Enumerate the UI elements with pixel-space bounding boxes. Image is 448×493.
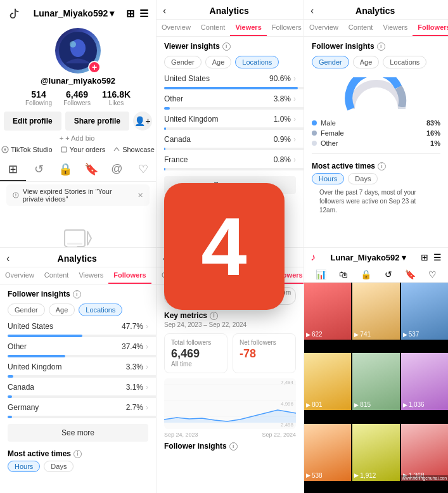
key-metrics-info[interactable]: i [210,312,218,320]
pill-gender-bl[interactable]: Gender [8,304,45,316]
pill-days[interactable]: Days [200,213,230,224]
pill-locations[interactable]: Locations [235,56,279,68]
add-bio-link[interactable]: ++ Add bio [60,134,97,142]
icon-lock-bar[interactable]: 🔒 [361,269,371,279]
video-thumb-1[interactable]: ▶622 [304,283,351,340]
video-thumb-9[interactable]: ▶1,368 www.heilingchuhai.con [401,424,448,481]
nav-followers-m[interactable]: Followers [265,267,304,284]
icon-chart[interactable]: 📊 [316,269,326,279]
add-avatar-button[interactable]: + [88,61,101,74]
notice-close-button[interactable]: ✕ [138,191,143,200]
video-thumb-5[interactable]: ▶815 [352,353,399,410]
tab-tag[interactable]: @ [104,158,130,181]
see-more-button[interactable]: See more [164,176,296,194]
most-active-bl-info[interactable]: i [74,450,82,458]
pill-hours-2[interactable]: Hours [312,173,344,184]
tab-custom[interactable]: Custom [264,287,296,305]
follower-bl-info[interactable]: i [73,290,81,298]
video-thumb-4[interactable]: ▶801 [304,353,351,410]
tiktok-studio-link[interactable]: TikTok Studio [1,146,53,153]
pill-hours-bl[interactable]: Hours [8,461,40,472]
location-france[interactable]: France 0.8% › [157,152,304,170]
nav-live-3[interactable]: Li... [151,267,156,284]
location-other[interactable]: Other 3.8% › [157,91,304,110]
pill-age-bl[interactable]: Age [49,304,75,316]
pill-gender[interactable]: Gender [164,56,202,68]
icon-like-bar[interactable]: ♡ [428,269,437,279]
pill-days-bl[interactable]: Days [44,461,74,472]
back-button-4[interactable]: ‹ [163,253,166,264]
stat-likes[interactable]: 116.8K Likes [102,89,131,106]
nav-viewers-2[interactable]: Viewers [378,20,413,36]
video-thumb-8[interactable]: ▶1,912 [352,424,399,481]
nav-content-3[interactable]: Content [39,267,74,284]
nav-content[interactable]: Content [196,20,231,36]
pill-locations-f[interactable]: Locations [383,56,426,68]
menu-icon[interactable]: ☰ [139,8,148,20]
back-button-3[interactable]: ‹ [6,253,10,264]
pill-hours[interactable]: Hours [164,213,196,224]
add-friend-button[interactable]: 👤+ [133,112,152,131]
tab-like[interactable]: ♡ [130,158,156,181]
bl-location-us[interactable]: United States 47.7% › [0,319,156,337]
videos-add-icon[interactable]: ⊞ [421,252,428,262]
nav-overview[interactable]: Overview [157,20,196,36]
bl-location-germany[interactable]: Germany 2.7% › [0,400,156,418]
pill-age-f[interactable]: Age [353,56,380,68]
video-thumb-3[interactable]: ▶537 [401,283,448,340]
videos-username[interactable]: Lunar_Miyako592 ▾ [330,253,406,262]
tab-lock[interactable]: 🔒 [52,158,78,181]
bl-location-uk[interactable]: United Kingdom 3.3% › [0,359,156,378]
pill-age[interactable]: Age [205,56,232,68]
pill-days-2[interactable]: Days [348,173,378,184]
viewer-info-icon[interactable]: i [222,42,231,51]
nav-viewers-3[interactable]: Viewers [74,267,108,284]
stat-following[interactable]: 514 Following [25,89,52,106]
icon-repost[interactable]: ↺ [385,269,392,279]
location-canada[interactable]: Canada 0.9% › [157,132,304,150]
video-thumb-6[interactable]: ▶1,036 [401,353,448,410]
nav-overview-m[interactable]: Overview [157,267,196,284]
nav-content-m[interactable]: Content [196,267,231,284]
back-button-2[interactable]: ‹ [310,5,314,16]
follower-insights-info[interactable]: i [229,442,238,451]
edit-profile-button[interactable]: Edit profile [4,112,61,131]
location-uk[interactable]: United Kingdom 1.0% › [157,112,304,130]
bl-location-other[interactable]: Other 37.4% › [0,339,156,357]
most-active-info-icon[interactable]: i [230,202,238,210]
location-us[interactable]: United States 90.6% › [157,71,304,89]
video-thumb-7[interactable]: ▶538 [304,424,351,481]
tab-bookmark[interactable]: 🔖 [78,158,104,181]
nav-viewers-m[interactable]: Viewers [230,267,265,284]
follower-info-icon[interactable]: i [377,42,385,51]
profile-panel: Lunar_Miyako592 ▾ ⊞ ☰ + @lunar_miyako592 [0,0,157,247]
nav-content-2[interactable]: Content [343,20,378,36]
video-thumb-2[interactable]: ▶741 [352,283,399,340]
tab-reposts[interactable]: ↺ [26,158,52,181]
bl-location-canada[interactable]: Canada 3.1% › [0,380,156,398]
tab-60days[interactable]: 60 days [196,287,226,305]
nav-followers-2[interactable]: Followers [413,20,448,36]
nav-followers-3[interactable]: Followers [108,267,151,284]
pill-gender-f[interactable]: Gender [312,56,349,68]
nav-viewers[interactable]: Viewers [230,20,266,36]
see-more-bl-button[interactable]: See more [8,424,148,442]
tab-365days[interactable]: 365 days [229,287,262,305]
nav-overview-3[interactable]: Overview [0,267,39,284]
videos-menu-icon[interactable]: ☰ [433,252,442,262]
nav-overview-2[interactable]: Overview [304,20,343,36]
icon-shop[interactable]: 🛍 [339,269,348,279]
your-orders-link[interactable]: Your orders [60,146,105,153]
tab-posts[interactable]: ⊞ [0,158,26,181]
profile-username[interactable]: Lunar_Miyako592 ▾ [34,8,115,18]
add-post-icon[interactable]: ⊞ [126,8,134,20]
tab-28days[interactable]: 28 days [164,287,194,305]
stat-followers[interactable]: 6,469 Followers [63,89,91,106]
pill-locations-bl[interactable]: Locations [79,304,122,316]
share-profile-button[interactable]: Share profile [65,112,129,131]
nav-followers-top[interactable]: Followers [267,20,304,36]
back-button[interactable]: ‹ [163,5,166,16]
showcase-link[interactable]: Showcase [113,146,155,153]
icon-bookmark-bar[interactable]: 🔖 [405,269,416,279]
most-active-info-2[interactable]: i [378,162,386,170]
